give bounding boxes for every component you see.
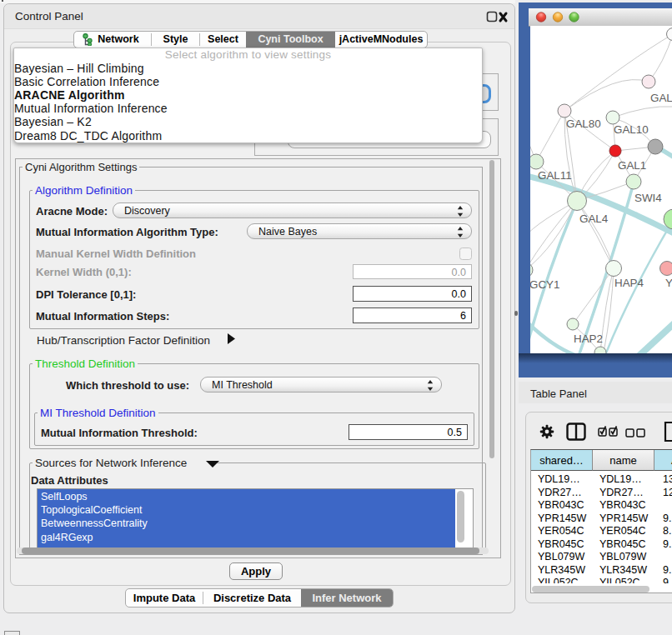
svg-text:GAL10: GAL10	[614, 123, 649, 136]
svg-text:GAL: GAL	[650, 92, 672, 104]
svg-text:HAP2: HAP2	[574, 332, 603, 345]
svg-text:GAL1: GAL1	[618, 159, 646, 172]
svg-text:GAL80: GAL80	[566, 118, 601, 130]
svg-text:Y: Y	[665, 277, 672, 289]
svg-text:SWI4: SWI4	[634, 192, 662, 204]
svg-text:GAL4: GAL4	[579, 212, 609, 225]
svg-text:GAL11: GAL11	[538, 169, 572, 182]
svg-text:GCY1: GCY1	[530, 278, 559, 291]
svg-text:HAP4: HAP4	[614, 277, 644, 289]
